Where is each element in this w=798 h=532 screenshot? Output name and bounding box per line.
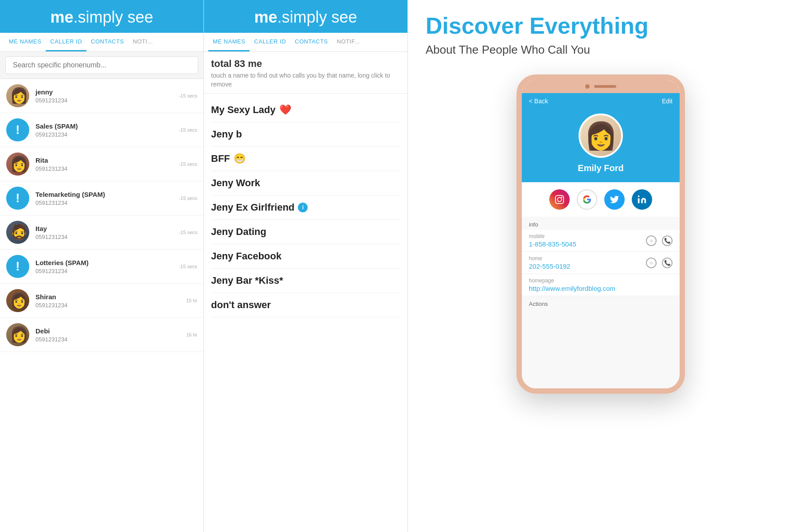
me-name-label-9: don't answer <box>211 299 271 311</box>
contact-phone-debi: 0591231234 <box>35 336 186 343</box>
left-app-header: me.simply see <box>0 0 203 33</box>
tab-notif-left[interactable]: NOTI... <box>129 33 157 51</box>
google-icon[interactable] <box>577 189 597 210</box>
mobile-field-content: mobile 1-858-835-5045 <box>529 233 576 248</box>
avatar-lotteries-spam: ! <box>6 255 29 278</box>
search-input-left[interactable] <box>5 56 198 74</box>
phone-notch-area <box>522 80 680 93</box>
contact-phone-telemarketing: 0591231234 <box>35 200 179 206</box>
me-names-header: total 83 me touch a name to find out who… <box>204 52 407 94</box>
profile-name: Emily Ford <box>578 163 623 173</box>
linkedin-icon[interactable] <box>632 189 652 210</box>
tab-caller-id-middle[interactable]: CALLER ID <box>250 33 290 51</box>
contact-name-shiran: Shiran <box>35 293 186 301</box>
blue-badge-icon: i <box>298 203 308 212</box>
contact-item-telemarketing[interactable]: ! Telemarketing (SPAM) 0591231234 -15 se… <box>0 181 203 215</box>
phone-camera-icon <box>585 84 590 89</box>
contact-name-sales: Sales (SPAM) <box>35 122 179 130</box>
mobile-field-label: mobile <box>529 233 576 239</box>
contact-item-itay[interactable]: Itay 0591231234 -15 secs <box>0 215 203 250</box>
heart-icon: ❤️ <box>279 104 291 116</box>
contact-list-left: jenny 0591231234 -15 secs ! Sales (SPAM)… <box>0 79 203 532</box>
contact-time-debi: 16 hr <box>186 332 197 337</box>
contact-item-shiran[interactable]: Shiran 0591231234 15 hr <box>0 284 203 318</box>
svg-point-1 <box>557 198 561 202</box>
tab-me-names-left[interactable]: ME NAMES <box>4 33 46 51</box>
avatar-shiran <box>6 289 29 312</box>
contact-time-rita: -15 secs <box>179 161 197 167</box>
contact-name-jenny: jenny <box>35 88 179 96</box>
me-name-jeny-work[interactable]: Jeny Work <box>211 171 400 196</box>
home-call-icon[interactable]: 📞 <box>662 258 673 268</box>
left-phone-screenshot: me.simply see ME NAMES CALLER ID CONTACT… <box>0 0 204 532</box>
twitter-icon[interactable] <box>604 189 625 210</box>
me-name-bff[interactable]: BFF 😁 <box>211 147 400 171</box>
contact-item-debi[interactable]: Debi 0591231234 16 hr <box>0 318 203 352</box>
tab-contacts-middle[interactable]: CONTACTS <box>290 33 332 51</box>
middle-nav-tabs: ME NAMES CALLER ID CONTACTS NOTIF... <box>204 33 407 52</box>
home-field-label: home <box>529 255 570 262</box>
mobile-message-icon[interactable]: ○ <box>646 235 657 246</box>
middle-logo: me.simply see <box>204 8 407 27</box>
contact-time-jenny: -15 secs <box>179 93 197 98</box>
contact-time-telemarketing: -15 secs <box>179 196 197 201</box>
contact-time-shiran: 15 hr <box>186 298 197 303</box>
me-name-label-1: My Sexy Lady <box>211 104 276 116</box>
contact-item-rita[interactable]: Rita 0591231234 -15 secs <box>0 147 203 181</box>
me-name-dont-answer[interactable]: don't answer <box>211 293 400 317</box>
me-name-label-5: Jeny Ex Girlfriend <box>211 202 294 213</box>
profile-photo: 👩 <box>579 113 623 158</box>
homepage-field-value[interactable]: http://www.emilyfordblog.com <box>529 285 615 292</box>
me-names-list: My Sexy Lady ❤️ Jeny b BFF 😁 Jeny Work J… <box>204 94 407 532</box>
me-name-jeny-ex[interactable]: Jeny Ex Girlfriend i <box>211 196 400 220</box>
home-field-actions: ○ 📞 <box>646 258 673 268</box>
instagram-icon[interactable] <box>549 189 570 210</box>
contact-phone-itay: 0591231234 <box>35 234 179 240</box>
contact-phone-rita: 0591231234 <box>35 165 179 172</box>
me-name-label-8: Jeny Bar *Kiss* <box>211 275 283 286</box>
right-section: Discover Everything About The People Who… <box>408 0 798 532</box>
contact-phone-sales: 0591231234 <box>35 131 179 138</box>
tab-contacts-left[interactable]: CONTACTS <box>86 33 129 51</box>
me-name-label-6: Jeny Dating <box>211 226 266 238</box>
home-message-icon[interactable]: ○ <box>646 258 657 268</box>
avatar-telemarketing-spam: ! <box>6 187 29 210</box>
svg-rect-0 <box>555 196 563 203</box>
mobile-field-value[interactable]: 1-858-835-5045 <box>529 240 576 248</box>
left-logo: me.simply see <box>0 8 203 27</box>
contact-item-jenny[interactable]: jenny 0591231234 -15 secs <box>0 79 203 113</box>
contact-details-section: info mobile 1-858-835-5045 ○ 📞 <box>522 217 680 388</box>
middle-app-header: me.simply see <box>204 0 407 33</box>
contact-item-lotteries[interactable]: ! Lotteries (SPAM) 0591231234 -15 secs <box>0 250 203 284</box>
me-name-jeny-bar[interactable]: Jeny Bar *Kiss* <box>211 269 400 293</box>
tab-caller-id-left[interactable]: CALLER ID <box>46 33 86 51</box>
search-bar-left[interactable] <box>0 52 203 79</box>
tab-me-names-middle[interactable]: ME NAMES <box>208 33 250 51</box>
contact-item-sales[interactable]: ! Sales (SPAM) 0591231234 -15 secs <box>0 113 203 147</box>
me-name-jeny-dating[interactable]: Jeny Dating <box>211 220 400 244</box>
contact-time-lotteries: -15 secs <box>179 264 197 269</box>
discover-title: Discover Everything <box>426 13 776 39</box>
phone-back-button[interactable]: < Back <box>529 98 548 105</box>
contact-phone-shiran: 0591231234 <box>35 302 186 309</box>
me-name-my-sexy-lady[interactable]: My Sexy Lady ❤️ <box>211 98 400 122</box>
me-name-jeny-facebook[interactable]: Jeny Facebook <box>211 244 400 269</box>
me-name-jeny-b[interactable]: Jeny b <box>211 122 400 147</box>
phone-edit-button[interactable]: Edit <box>662 98 673 105</box>
contact-info-rita: Rita 0591231234 <box>35 156 179 172</box>
tab-notif-middle[interactable]: NOTIF... <box>332 33 364 51</box>
profile-hero: 👩 Emily Ford <box>522 109 680 182</box>
homepage-field-content: homepage http://www.emilyfordblog.com <box>529 278 615 292</box>
svg-point-2 <box>561 197 563 198</box>
mobile-call-icon[interactable]: 📞 <box>662 235 673 246</box>
logo-me-left: me <box>50 8 73 26</box>
home-field-value[interactable]: 202-555-0192 <box>529 262 570 270</box>
svg-point-3 <box>638 196 640 197</box>
contact-info-sales: Sales (SPAM) 0591231234 <box>35 122 179 138</box>
contact-info-itay: Itay 0591231234 <box>35 225 179 240</box>
actions-section-label: Actions <box>522 296 680 309</box>
me-name-label-4: Jeny Work <box>211 177 260 189</box>
me-name-label-3: BFF <box>211 153 230 164</box>
avatar-rita <box>6 153 29 176</box>
phone-speaker-icon <box>594 85 616 88</box>
